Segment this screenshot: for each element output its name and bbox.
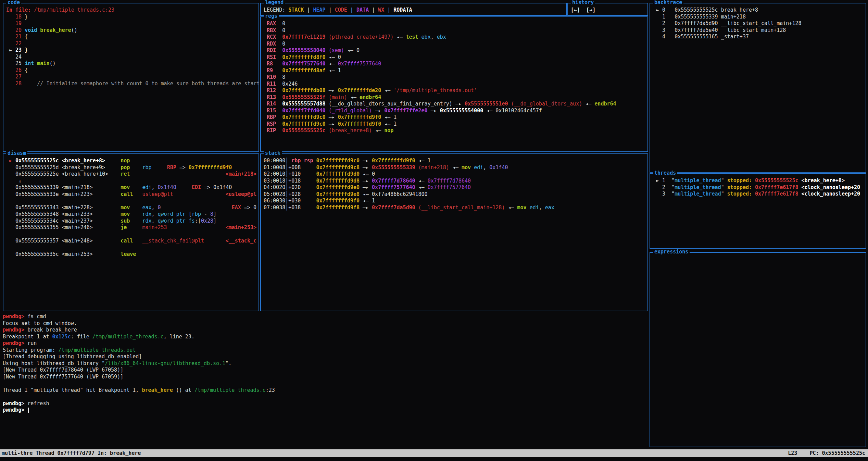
text-segment: 8: [282, 74, 285, 80]
text-segment: EDI: [192, 184, 201, 190]
disassembly-listing: ► 0x55555555525c <break_here+8> nop 0x55…: [3, 154, 259, 311]
text-segment: +020: [288, 184, 316, 190]
text-segment: |: [347, 7, 356, 13]
branch-target-annotation: <main+218>: [226, 171, 256, 178]
text-segment: ► 0 0x55555555525c break_here+8: [653, 7, 758, 13]
text-segment: -: [201, 211, 210, 217]
text-segment: 0x7ffff7577640: [372, 184, 418, 190]
text-segment: 0x125c: [52, 334, 71, 340]
text-segment: stopped:: [727, 191, 755, 197]
text-line: 24: [6, 54, 257, 61]
history-back-button[interactable]: [←]: [571, 7, 580, 13]
text-line: Using host libthread_db library "/lib/x8…: [3, 360, 653, 367]
register-list: RAX 0 RBX 0 RCX 0x7ffff7e11219 (pthread_…: [261, 17, 647, 151]
text-segment: break_here: [142, 387, 173, 393]
text-segment: [313, 158, 316, 164]
gdb-command-window[interactable]: pwndbg> fs cmdFocus set to cmd window.pw…: [3, 313, 653, 449]
text-segment: 0x555555554000: [440, 108, 486, 114]
text-segment: 0x7fffffffd9f0: [316, 198, 363, 204]
text-segment: 0x7ffff7e617f8: [755, 191, 801, 197]
text-line: 28 // Initialize semaphore with count 0 …: [6, 80, 257, 87]
text-segment: │: [285, 204, 288, 211]
text-segment: 0x7ffff7ffe2e0: [384, 108, 430, 114]
text-segment: R12: [264, 87, 282, 94]
text-segment: pwndbg>: [3, 400, 27, 407]
text-segment: rbp: [142, 164, 151, 171]
text-segment: 0x55555555525c: [282, 127, 328, 134]
text-segment: [527, 204, 530, 211]
text-segment: 0x55555555535c <main+253>: [15, 251, 93, 257]
text-segment: pwndbg>: [3, 407, 27, 413]
text-segment: [93, 238, 121, 244]
stack-listing: 00:0000│ rbp rsp 0x7fffffffd9c0 —▸ 0x7ff…: [261, 154, 647, 311]
text-segment: multiple_thread: [675, 184, 721, 190]
text-line: R15 0x7ffff7ffd040 (_rtld_global) —▸ 0x7…: [264, 108, 646, 114]
text-segment: ►: [6, 47, 15, 53]
text-line: 26 {: [6, 67, 257, 74]
text-line: R8 0x7ffff7577640 ◂— 0x7ffff7577640: [264, 61, 646, 67]
text-segment: DATA: [356, 7, 369, 13]
text-segment: =>: [176, 164, 189, 171]
source-code-listing: In file: /tmp/multiple_threads.c:23 18 }…: [3, 3, 259, 151]
text-line: 2 0x7ffff7da5d90 __libc_start_call_main+…: [653, 20, 864, 27]
text-line: 21 {: [6, 34, 257, 40]
text-line: Focus set to cmd window.: [3, 320, 653, 327]
text-segment: +010: [288, 171, 316, 177]
text-segment: ◂— 1: [384, 114, 397, 120]
text-segment: 0x28: [201, 218, 213, 224]
text-segment: 0: [282, 27, 285, 34]
text-segment: [93, 218, 121, 224]
text-segment: 0x55555555533e <main+223>: [15, 191, 93, 197]
text-segment: ,: [539, 204, 545, 211]
text-segment: qword ptr: [158, 218, 189, 224]
text-segment: STACK: [288, 7, 304, 13]
text-segment: —▸: [431, 108, 440, 114]
text-segment: edi: [474, 164, 483, 171]
text-segment: }: [25, 14, 28, 20]
text-segment: ◂— 1: [418, 158, 431, 164]
text-line: pwndbg> run: [3, 340, 653, 347]
text-line: 1 0x555555555339 main+218: [653, 14, 864, 21]
text-segment: HEAP: [313, 7, 326, 13]
history-forward-button[interactable]: [→]: [586, 7, 595, 13]
text-line: 0x555555555357 <main+248> call __stack_c…: [6, 238, 257, 245]
text-segment: 0x555555557d88: [282, 101, 328, 107]
text-segment: [6, 218, 15, 224]
text-line: [Thread debugging using libthread_db ena…: [3, 353, 653, 360]
text-segment: 0x7ffff7ffd040: [282, 108, 328, 114]
text-segment: ◂—: [486, 108, 495, 114]
text-segment: —▸: [363, 184, 372, 190]
text-segment: ◂—: [375, 127, 384, 134]
text-segment: main+253: [142, 224, 167, 230]
text-segment: ,: [483, 164, 489, 171]
text-segment: {: [25, 67, 28, 73]
text-segment: [6, 211, 15, 217]
text-line: Starting program: /tmp/multiple_threads.…: [3, 347, 653, 354]
text-segment: ": [671, 184, 675, 190]
text-line: 4 0x555555555165 _start+37: [653, 34, 864, 40]
text-segment: [105, 164, 121, 171]
text-segment: [130, 211, 142, 217]
text-segment: 3: [653, 191, 671, 197]
text-segment: 0: [282, 41, 285, 47]
text-segment: 28: [6, 80, 37, 87]
text-segment: (pthread_create+1497): [329, 34, 397, 40]
text-segment: R14: [264, 101, 282, 107]
text-line: 03:0018│+018 0x7fffffffd9d8 —▸ 0x7ffff7d…: [264, 178, 646, 185]
text-segment: nop: [121, 158, 130, 164]
text-segment: mov: [121, 184, 130, 190]
text-segment: R8: [264, 61, 282, 67]
text-segment: () at: [173, 387, 194, 393]
text-segment: mov: [121, 211, 130, 217]
text-line: In file: /tmp/multiple_threads.c:23: [6, 7, 257, 14]
text-segment: R9: [264, 67, 282, 74]
text-segment: 0x55555555534c <main+237>: [15, 218, 93, 224]
text-segment: ,: [151, 204, 158, 211]
text-segment: nop: [384, 127, 393, 134]
text-line: RSI 0x7fffffffd8f0 ◂— 0: [264, 54, 646, 61]
text-segment: [6, 224, 15, 230]
text-line: 0x55555555535c <main+253> leave: [6, 251, 257, 258]
text-segment: ◂—: [363, 191, 372, 197]
text-segment: 0x555555555348 <main+233>: [15, 211, 93, 217]
text-segment: [New Thread 0x7ffff7d78640 (LWP 67058)]: [3, 367, 123, 373]
